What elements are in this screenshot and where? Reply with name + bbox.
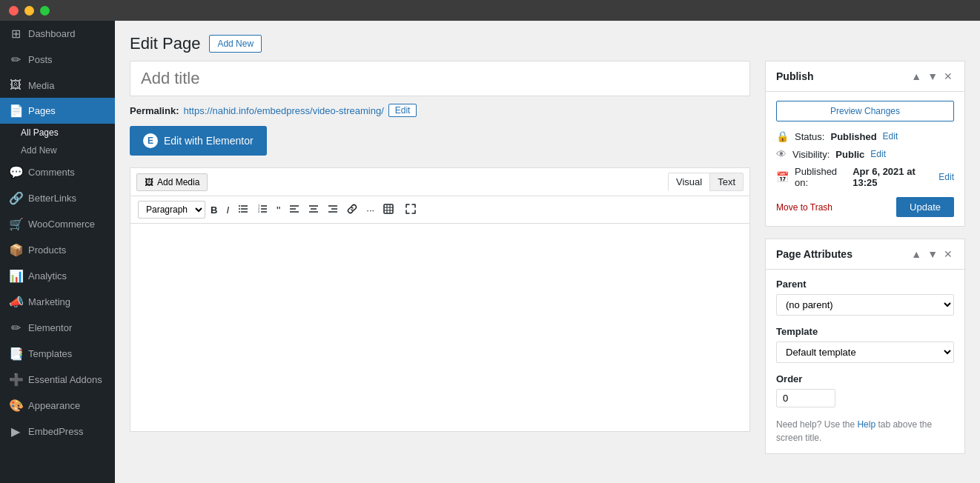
sidebar-item-media[interactable]: 🖼 Media [0, 73, 115, 98]
editor-content[interactable] [130, 224, 749, 431]
sidebar-item-betterlinks[interactable]: 🔗 BetterLinks [0, 185, 115, 211]
sidebar-item-appearance[interactable]: 🎨 Appearance [0, 393, 115, 419]
sidebar-item-essential-addons[interactable]: ➕ Essential Addons [0, 367, 115, 393]
sidebar-label-embedpress: EmbedPress [28, 426, 83, 437]
page-attributes-up-button[interactable]: ▲ [910, 247, 923, 262]
sidebar-label-betterlinks: BetterLinks [28, 193, 76, 204]
sidebar-item-elementor[interactable]: ✏ Elementor [0, 315, 115, 341]
pages-icon: 📄 [9, 104, 22, 118]
right-sidebar: Publish ▲ ▼ ✕ Preview Changes 🔒 Status: … [765, 61, 965, 466]
link-button[interactable] [343, 201, 361, 219]
permalink-url[interactable]: https://nahid.info/embedpress/video-stre… [183, 105, 383, 116]
update-button[interactable]: Update [896, 197, 954, 217]
publish-panel-close-button[interactable]: ✕ [942, 69, 954, 84]
sidebar-subitem-all-pages[interactable]: All Pages [0, 124, 115, 141]
visibility-icon: 👁 [776, 148, 787, 160]
sidebar-label-woocommerce: WooCommerce [28, 219, 95, 230]
status-icon: 🔒 [776, 130, 789, 142]
sidebar-item-products[interactable]: 📦 Products [0, 237, 115, 263]
ul-button[interactable] [234, 201, 252, 219]
preview-changes-button[interactable]: Preview Changes [776, 101, 954, 121]
page-title: Edit Page [130, 34, 200, 53]
page-attributes-controls: ▲ ▼ ✕ [910, 247, 954, 262]
sidebar-item-comments[interactable]: 💬 Comments [0, 159, 115, 185]
sidebar-item-pages[interactable]: 📄 Pages [0, 98, 115, 124]
template-select[interactable]: Default template [776, 342, 954, 363]
sidebar-label-products: Products [28, 244, 66, 256]
sidebar-label-appearance: Appearance [28, 400, 80, 411]
publish-actions: Move to Trash Update [776, 197, 954, 217]
fullscreen-btn-titlebar[interactable] [40, 6, 50, 16]
align-right-button[interactable] [324, 201, 342, 219]
sidebar-item-templates[interactable]: 📑 Templates [0, 341, 115, 367]
minimize-btn[interactable] [24, 6, 34, 16]
align-left-button[interactable] [285, 201, 303, 219]
all-pages-label: All Pages [21, 127, 59, 138]
template-label: Template [776, 326, 954, 337]
close-btn[interactable] [9, 6, 19, 16]
parent-select[interactable]: (no parent) [776, 294, 954, 316]
page-attributes-close-button[interactable]: ✕ [942, 247, 954, 262]
bold-button[interactable]: B [207, 202, 221, 218]
italic-button[interactable]: I [222, 202, 233, 218]
sidebar-item-embedpress[interactable]: ▶ EmbedPress [0, 419, 115, 444]
status-edit-link[interactable]: Edit [883, 131, 898, 141]
page-attributes-down-button[interactable]: ▼ [926, 247, 939, 262]
sidebar-item-woocommerce[interactable]: 🛒 WooCommerce [0, 211, 115, 237]
order-input[interactable] [776, 389, 835, 407]
published-row: 📅 Published on: Apr 6, 2021 at 13:25 Edi… [776, 166, 954, 188]
blockquote-button[interactable]: " [273, 201, 284, 219]
help-link[interactable]: Help [857, 419, 875, 430]
page-attributes-title: Page Attributes [776, 248, 852, 260]
publish-meta: 🔒 Status: Published Edit 👁 Visibility: P… [776, 130, 954, 188]
sidebar-subitem-add-new[interactable]: Add New [0, 141, 115, 159]
visibility-edit-link[interactable]: Edit [870, 149, 886, 159]
posts-icon: ✏ [9, 53, 22, 67]
permalink-edit-button[interactable]: Edit [388, 104, 417, 117]
analytics-icon: 📊 [9, 269, 22, 283]
order-row: Order [776, 373, 954, 407]
dashboard-icon: ⊞ [9, 27, 22, 41]
ol-button[interactable]: 123 [254, 201, 271, 219]
sidebar-label-templates: Templates [28, 348, 72, 359]
elementor-btn-label: Edit with Elementor [164, 135, 254, 147]
templates-icon: 📑 [9, 347, 22, 361]
permalink-label: Permalink: [130, 105, 179, 116]
align-center-button[interactable] [305, 201, 322, 219]
sidebar-label-dashboard: Dashboard [28, 28, 76, 39]
add-media-label: Add Media [157, 177, 199, 187]
woocommerce-icon: 🛒 [9, 217, 22, 231]
sidebar-item-analytics[interactable]: 📊 Analytics [0, 263, 115, 289]
sidebar-label-analytics: Analytics [28, 270, 67, 282]
svg-point-4 [239, 208, 240, 210]
editor-toolbar-row2: Paragraph B I 123 " [130, 196, 749, 224]
publish-panel-header: Publish ▲ ▼ ✕ [766, 61, 964, 92]
publish-panel-up-button[interactable]: ▲ [910, 69, 923, 84]
paragraph-select[interactable]: Paragraph [138, 201, 205, 219]
add-new-button[interactable]: Add New [209, 35, 262, 53]
sidebar-label-media: Media [28, 80, 54, 91]
sidebar-item-posts[interactable]: ✏ Posts [0, 47, 115, 73]
sidebar-item-dashboard[interactable]: ⊞ Dashboard [0, 21, 115, 47]
table-button[interactable] [380, 201, 397, 219]
status-row: 🔒 Status: Published Edit [776, 130, 954, 142]
visibility-label: Visibility: [792, 149, 830, 160]
publish-panel-body: Preview Changes 🔒 Status: Published Edit… [766, 92, 964, 226]
text-tab[interactable]: Text [709, 173, 744, 191]
template-row: Template Default template [776, 326, 954, 363]
move-to-trash-link[interactable]: Move to Trash [776, 202, 832, 213]
page-title-input[interactable] [130, 61, 750, 96]
publish-panel-down-button[interactable]: ▼ [926, 69, 939, 84]
editor-toolbar-top: 🖼 Add Media Visual Text [130, 168, 749, 196]
fullscreen-editor-button[interactable] [403, 201, 418, 219]
parent-row: Parent (no parent) [776, 279, 954, 316]
edit-with-elementor-button[interactable]: E Edit with Elementor [130, 126, 267, 156]
embedpress-icon: ▶ [9, 424, 22, 439]
sidebar-item-marketing[interactable]: 📣 Marketing [0, 289, 115, 315]
published-edit-link[interactable]: Edit [938, 172, 954, 182]
essential-addons-icon: ➕ [9, 373, 22, 387]
more-button[interactable]: ··· [362, 202, 378, 218]
visual-tab[interactable]: Visual [668, 173, 709, 191]
add-media-button[interactable]: 🖼 Add Media [136, 173, 208, 191]
marketing-icon: 📣 [9, 295, 22, 309]
